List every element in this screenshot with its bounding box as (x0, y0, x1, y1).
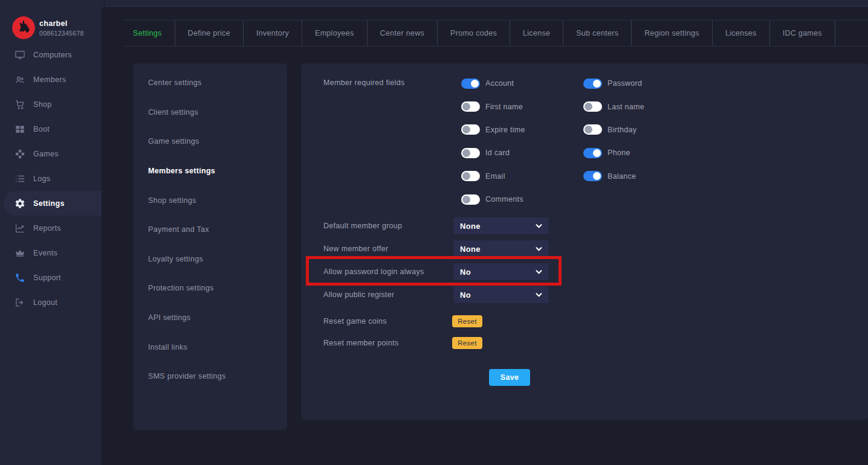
toggle-label: Password (607, 79, 642, 88)
field-label: Allow public register (323, 290, 453, 299)
toggle-switch[interactable] (461, 124, 480, 135)
toggle-knob (585, 103, 592, 111)
reset-member-points-button[interactable]: Reset (452, 337, 482, 349)
toggle-knob (462, 149, 470, 157)
toggle-label: First name (485, 103, 523, 111)
toggle-switch[interactable] (583, 171, 602, 181)
toggle-account[interactable]: Account (461, 79, 583, 89)
tab-center-news[interactable]: Center news (368, 21, 438, 46)
toggle-switch[interactable] (461, 79, 480, 89)
toggle-knob (585, 126, 592, 133)
toggle-id-card[interactable]: Id card (461, 148, 583, 158)
sidebar-item-games[interactable]: Games (0, 141, 102, 166)
members-settings-form: Member required fields Account Password … (301, 63, 868, 420)
top-strip-border (102, 6, 868, 7)
toggle-label: Email (485, 172, 505, 181)
sidebar-item-members[interactable]: Members (0, 67, 102, 92)
toggle-switch[interactable] (583, 79, 602, 89)
allow-public-register-select[interactable]: No (453, 286, 549, 303)
tab-settings[interactable]: Settings (124, 21, 175, 46)
allow-password-login-always-select[interactable]: No (453, 263, 549, 280)
toggle-label: Phone (607, 149, 630, 157)
field-label: Reset member points (323, 339, 452, 347)
user-profile[interactable]: charbel 008612345678 (12, 16, 84, 39)
subnav-shop-settings[interactable]: Shop settings (133, 185, 287, 215)
tab-idc-games[interactable]: IDC games (770, 21, 835, 46)
new-member-offer-select[interactable]: None (453, 240, 549, 257)
field-new-member-offer: New member offer None (323, 240, 553, 257)
toggle-switch[interactable] (583, 101, 602, 112)
sidebar-item-reports[interactable]: Reports (0, 216, 102, 240)
sidebar-item-logs[interactable]: Logs (0, 166, 102, 191)
tab-licenses[interactable]: Licenses (713, 21, 770, 46)
select-value: No (460, 290, 471, 300)
toggle-switch[interactable] (461, 148, 480, 158)
sidebar-item-label: Logs (33, 175, 50, 183)
default-member-group-select[interactable]: None (453, 217, 549, 234)
field-label: Reset game coins (323, 317, 452, 326)
save-button[interactable]: Save (489, 369, 530, 386)
subnav-api-settings[interactable]: API settings (133, 303, 287, 333)
toggle-knob (593, 80, 601, 88)
dragon-logo-avatar (12, 16, 35, 39)
toggle-knob (462, 126, 470, 133)
tab-employees[interactable]: Employees (302, 21, 368, 46)
field-allow-public-register: Allow public register No (323, 286, 553, 303)
subnav-loyalty-settings[interactable]: Loyalty settings (133, 245, 287, 274)
top-strip (0, 0, 868, 6)
toggle-balance[interactable]: Balance (583, 171, 705, 181)
toggle-switch[interactable] (583, 148, 602, 158)
field-reset-game-coins: Reset game coins Reset (323, 315, 553, 327)
toggle-switch[interactable] (461, 101, 480, 112)
subnav-client-settings[interactable]: Client settings (133, 98, 287, 127)
reset-game-coins-button[interactable]: Reset (452, 315, 482, 327)
sidebar-item-label: Shop (33, 100, 51, 109)
select-value: No (460, 268, 471, 277)
field-reset-member-points: Reset member points Reset (323, 337, 553, 349)
sidebar-item-settings[interactable]: Settings (4, 191, 102, 216)
toggle-expire-time[interactable]: Expire time (461, 124, 583, 135)
users-icon (15, 74, 25, 85)
tab-region-settings[interactable]: Region settings (632, 21, 713, 46)
sidebar-item-support[interactable]: Support (0, 265, 102, 290)
tab-sub-centers[interactable]: Sub centers (563, 21, 632, 46)
toggle-label: Account (485, 79, 514, 88)
sidebar-item-label: Games (33, 150, 59, 158)
toggle-comments[interactable]: Comments (461, 194, 583, 205)
toggle-knob (462, 172, 470, 180)
subnav-payment-and-tax[interactable]: Payment and Tax (133, 215, 287, 245)
toggle-phone[interactable]: Phone (583, 148, 705, 158)
subnav-install-links[interactable]: Install links (133, 332, 287, 362)
subnav-protection-settings[interactable]: Protection settings (133, 274, 287, 303)
subnav-center-settings[interactable]: Center settings (133, 68, 287, 98)
user-info: charbel 008612345678 (39, 19, 84, 37)
sidebar-item-events[interactable]: Events (0, 240, 102, 265)
toggle-password[interactable]: Password (583, 79, 705, 89)
windows-icon (15, 124, 25, 135)
tab-license[interactable]: License (510, 21, 563, 46)
toggle-birthday[interactable]: Birthday (583, 124, 705, 135)
list-icon (15, 173, 25, 184)
subnav-members-settings[interactable]: Members settings (133, 156, 287, 186)
tab-inventory[interactable]: Inventory (244, 21, 302, 46)
tab-promo-codes[interactable]: Promo codes (438, 21, 510, 46)
toggle-switch[interactable] (583, 124, 602, 135)
sidebar-item-shop[interactable]: Shop (0, 92, 102, 117)
toggle-first-name[interactable]: First name (461, 101, 583, 112)
crown-icon (15, 248, 25, 258)
subnav-game-settings[interactable]: Game settings (133, 127, 287, 156)
toggle-email[interactable]: Email (461, 171, 583, 181)
chevron-down-icon (536, 293, 542, 297)
toggle-switch[interactable] (461, 171, 480, 181)
sidebar-item-label: Computers (33, 51, 72, 59)
toggle-last-name[interactable]: Last name (583, 101, 705, 112)
tab-define-price[interactable]: Define price (175, 21, 244, 46)
subnav-sms-provider-settings[interactable]: SMS provider settings (133, 362, 287, 391)
sidebar-item-computers[interactable]: Computers (0, 42, 102, 67)
sidebar-item-label: Logout (33, 298, 57, 307)
sidebar-item-boot[interactable]: Boot (0, 117, 102, 141)
field-allow-password-login-always: Allow password login always No (323, 263, 553, 280)
sidebar-item-logout[interactable]: Logout (0, 290, 102, 315)
toggle-switch[interactable] (461, 194, 480, 205)
toggle-label: Expire time (485, 126, 525, 134)
